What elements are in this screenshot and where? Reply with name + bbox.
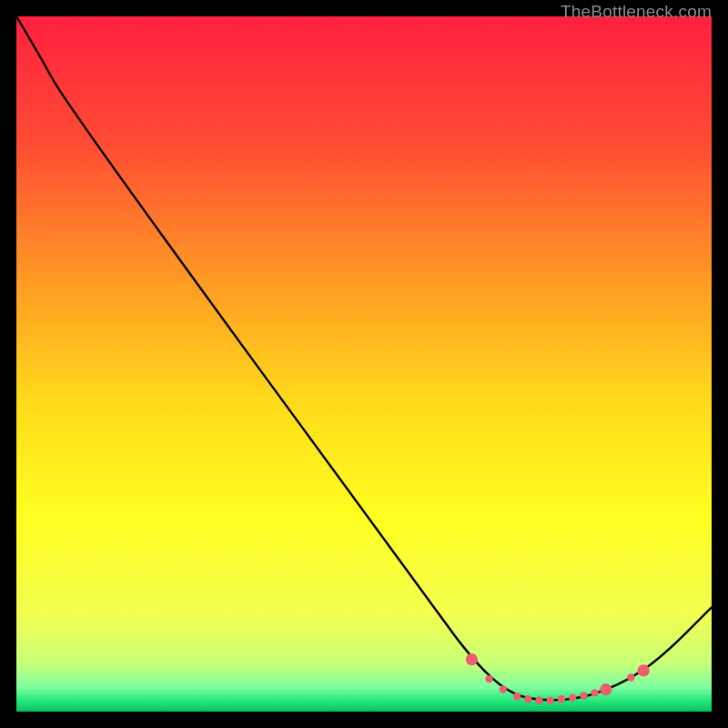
bottleneck-chart [16,16,712,712]
curve-marker [535,697,542,704]
curve-marker [547,697,554,704]
curve-marker [600,683,612,695]
chart-stage: TheBottleneck.com [0,0,728,728]
curve-marker [591,689,598,696]
chart-background [16,16,712,712]
curve-marker [524,695,531,703]
curve-marker [638,664,650,676]
curve-marker [513,693,521,700]
watermark-text: TheBottleneck.com [561,2,712,22]
curve-marker [627,673,634,681]
curve-marker [485,675,492,682]
curve-marker [580,692,587,699]
curve-marker [569,694,576,702]
curve-marker [558,695,565,703]
curve-marker [466,653,478,665]
curve-marker [500,685,507,693]
